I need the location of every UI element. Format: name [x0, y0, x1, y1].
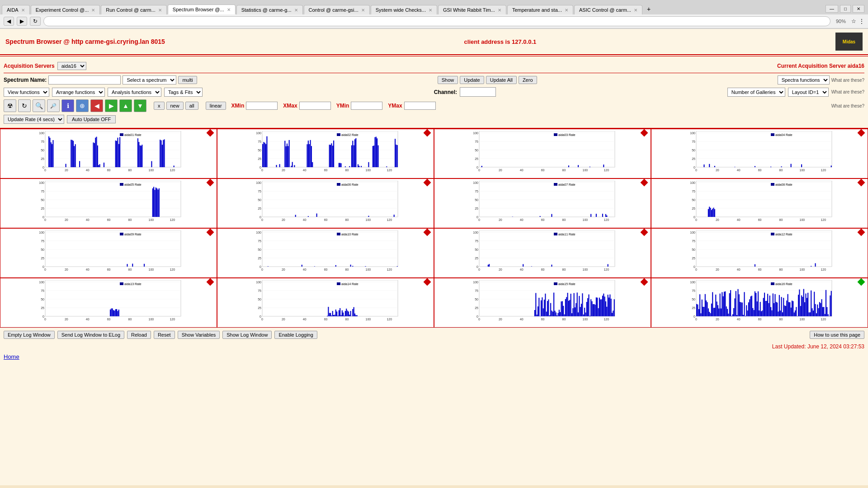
reload-button[interactable]: Reload — [127, 331, 151, 339]
zoom-in-icon-btn[interactable]: 🔍 — [33, 99, 45, 112]
what-are-these-2[interactable]: What are these? — [831, 89, 864, 94]
tab-system[interactable]: System wide Checks... ✕ — [371, 5, 437, 14]
bookmark-icon[interactable]: ☆ — [851, 18, 856, 24]
spectra-functions-dropdown[interactable]: Spectra functions — [778, 75, 830, 84]
extensions-icon[interactable]: ⋮ — [859, 18, 864, 24]
tags-fits-dropdown[interactable]: Tags & Fits — [164, 88, 203, 97]
tab-spectrum[interactable]: Spectrum Browser @... ✕ — [168, 5, 236, 14]
settings-icon-btn[interactable]: ⊕ — [76, 99, 89, 112]
tab-close-spectrum[interactable]: ✕ — [227, 7, 231, 12]
minimize-button[interactable]: — — [826, 5, 838, 13]
tab-close-asic[interactable]: ✕ — [634, 8, 637, 13]
info-icon-btn[interactable]: ℹ — [61, 99, 74, 112]
how-to-use-button[interactable]: How to use this page — [810, 331, 864, 339]
enable-logging-button[interactable]: Enable Logging — [274, 331, 317, 339]
number-galleries-dropdown[interactable]: Number of Galleries — [727, 88, 785, 97]
tab-asic[interactable]: ASIC Control @ carm... ✕ — [574, 5, 642, 14]
tab-close-statistics[interactable]: ✕ — [294, 8, 298, 13]
tab-close-temperature[interactable]: ✕ — [565, 8, 568, 13]
refresh-icon-btn[interactable]: ↻ — [18, 99, 31, 112]
arrange-functions-dropdown[interactable]: Arrange functions — [52, 88, 105, 97]
chart-cell-aida13[interactable]: 1007550250020406080100120aida13 Rate — [0, 278, 217, 328]
tab-close-gsi[interactable]: ✕ — [498, 8, 501, 13]
update-rate-select[interactable]: Update Rate (4 secs) — [4, 115, 64, 124]
svg-text:75: 75 — [475, 239, 478, 243]
show-variables-button[interactable]: Show Variables — [178, 331, 220, 339]
chart-cell-aida05[interactable]: 1007550250020406080100120aida05 Rate — [0, 178, 217, 228]
select-spectrum-dropdown[interactable]: Select a spectrum — [123, 75, 176, 84]
forward-button[interactable]: ▶ — [17, 17, 27, 26]
tab-experiment[interactable]: Experiment Control @... ✕ — [31, 5, 100, 14]
reset-button[interactable]: Reset — [154, 331, 175, 339]
tab-close-control[interactable]: ✕ — [361, 8, 365, 13]
update-button[interactable]: Update — [460, 76, 484, 84]
auto-update-button[interactable]: Auto Update OFF — [67, 115, 116, 123]
tab-close-system[interactable]: ✕ — [429, 8, 432, 13]
svg-text:0: 0 — [44, 218, 46, 221]
send-log-button[interactable]: Send Log Window to ELog — [57, 331, 124, 339]
linear-button[interactable]: linear — [206, 102, 226, 110]
maximize-button[interactable]: □ — [840, 5, 851, 13]
acquisition-server-select[interactable]: aida16 — [57, 62, 86, 70]
xmax-input[interactable]: 128 — [299, 102, 331, 110]
tab-temperature[interactable]: Temperature and sta... ✕ — [507, 5, 573, 14]
tab-close-experiment[interactable]: ✕ — [91, 8, 95, 13]
svg-rect-119 — [377, 138, 377, 167]
chart-cell-aida15[interactable]: 1007550250020406080100120aida15 Rate — [434, 278, 651, 328]
x-button[interactable]: x — [154, 102, 165, 110]
arrow-left-icon-btn[interactable]: ◀ — [90, 99, 103, 112]
radiation-icon-btn[interactable]: ☢ — [4, 99, 16, 112]
ymax-input[interactable]: 100 — [404, 102, 436, 110]
chart-cell-aida11[interactable]: 1007550250020406080100120aida11 Rate — [434, 228, 651, 278]
chart-cell-aida03[interactable]: 1007550250020406080100120aida03 Rate — [434, 129, 651, 178]
tab-run[interactable]: Run Control @ carm... ✕ — [101, 5, 167, 14]
what-are-these-3[interactable]: What are these? — [831, 103, 864, 108]
chart-cell-aida04[interactable]: 1007550250020406080100120aida04 Rate — [651, 129, 868, 178]
view-functions-dropdown[interactable]: View functions — [4, 88, 49, 97]
arrow-down-icon-btn[interactable]: ▼ — [134, 99, 146, 112]
multi-button[interactable]: multi — [178, 76, 197, 84]
address-bar-input[interactable]: localhost:8015/Spectrum/Spectrum.tml — [43, 16, 830, 26]
tab-gsi[interactable]: GSI White Rabbit Tim... ✕ — [438, 5, 506, 14]
empty-log-button[interactable]: Empty Log Window — [4, 331, 55, 339]
ymin-input[interactable]: 0 — [351, 102, 382, 110]
xmin-input[interactable]: 0 — [246, 102, 278, 110]
zoom-out-icon-btn[interactable]: 🔎 — [47, 99, 60, 112]
chart-cell-aida14[interactable]: 1007550250020406080100120aida14 Rate — [217, 278, 434, 328]
chart-cell-aida07[interactable]: 1007550250020406080100120aida07 Rate — [434, 178, 651, 228]
show-button[interactable]: Show — [438, 76, 458, 84]
tab-close-run[interactable]: ✕ — [158, 8, 162, 13]
show-log-button[interactable]: Show Log Window — [222, 331, 272, 339]
svg-rect-331 — [302, 265, 302, 267]
home-link[interactable]: Home — [4, 353, 19, 360]
new-tab-button[interactable]: + — [643, 4, 654, 14]
svg-text:80: 80 — [779, 318, 783, 321]
tab-control[interactable]: Control @ carme-gsi... ✕ — [304, 5, 370, 14]
reload-nav-button[interactable]: ↻ — [30, 17, 41, 26]
spectrum-name-input[interactable]: Rate — [48, 75, 121, 84]
chart-cell-aida12[interactable]: 1007550250020406080100120aida12 Rate — [651, 228, 868, 278]
close-button[interactable]: ✕ — [853, 5, 864, 13]
zero-button[interactable]: Zero — [519, 76, 537, 84]
channel-input[interactable] — [460, 87, 496, 97]
all-button[interactable]: all — [185, 102, 198, 110]
tab-statistics[interactable]: Statistics @ carme-g... ✕ — [236, 5, 303, 14]
chart-cell-aida10[interactable]: 1007550250020406080100120aida10 Rate — [217, 228, 434, 278]
new-button[interactable]: new — [166, 102, 184, 110]
tab-close-aida[interactable]: ✕ — [21, 8, 25, 13]
chart-cell-aida16[interactable]: 1007550250020406080100120aida16 Rate — [651, 278, 868, 328]
layout-dropdown[interactable]: Layout ID=1 — [788, 88, 829, 97]
update-all-button[interactable]: Update All — [486, 76, 517, 84]
chart-cell-aida08[interactable]: 1007550250020406080100120aida08 Rate — [651, 178, 868, 228]
analysis-functions-dropdown[interactable]: Analysis functions — [108, 88, 161, 97]
chart-cell-aida01[interactable]: 1007550250020406080100120aida01 Rate — [0, 129, 217, 178]
svg-text:20: 20 — [716, 268, 719, 271]
arrow-right-icon-btn[interactable]: ▶ — [105, 99, 118, 112]
back-button[interactable]: ◀ — [4, 17, 14, 26]
chart-cell-aida09[interactable]: 1007550250020406080100120aida09 Rate — [0, 228, 217, 278]
tab-aida[interactable]: AIDA ✕ — [2, 5, 30, 14]
chart-cell-aida06[interactable]: 1007550250020406080100120aida06 Rate — [217, 178, 434, 228]
chart-cell-aida02[interactable]: 1007550250020406080100120aida02 Rate — [217, 129, 434, 178]
what-are-these-1[interactable]: What are these? — [831, 78, 864, 83]
arrow-up-icon-btn[interactable]: ▲ — [119, 99, 132, 112]
